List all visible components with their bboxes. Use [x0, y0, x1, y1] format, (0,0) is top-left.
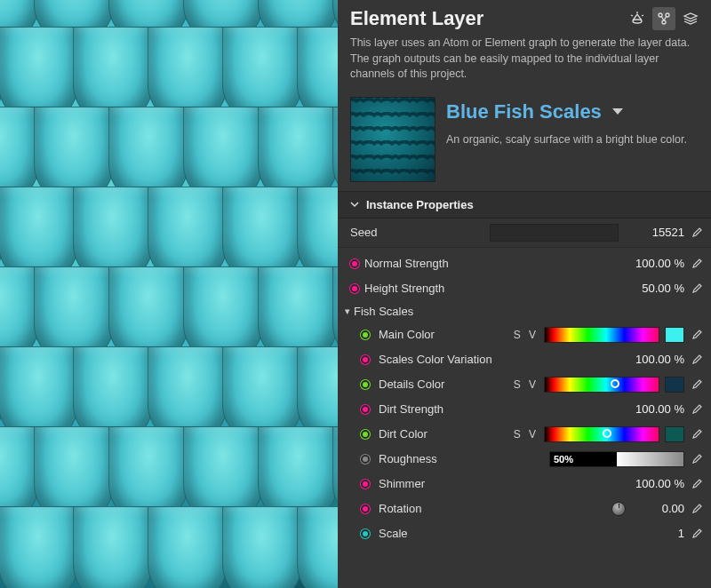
rotation-knob[interactable] [611, 502, 626, 516]
normal-strength-label: Normal Strength [364, 257, 626, 270]
roughness-label: Roughness [379, 452, 544, 465]
scale-value[interactable]: 1 [631, 527, 684, 540]
svg-point-0 [633, 20, 642, 23]
roughness-gauge: 50% [554, 454, 573, 465]
roughness-slider[interactable]: 50% [549, 451, 684, 467]
edit-icon[interactable] [690, 226, 704, 240]
sv-label: S V [514, 378, 539, 391]
edit-icon[interactable] [690, 402, 704, 417]
details-color-picker[interactable] [544, 377, 659, 393]
spotlight-icon[interactable] [626, 7, 649, 30]
param-dot-icon [361, 405, 370, 414]
dirt-strength-value[interactable]: 100.00 % [631, 402, 684, 416]
sv-label: S V [514, 428, 539, 441]
section-title: Instance Properties [366, 198, 474, 211]
param-dot-icon [361, 480, 370, 489]
height-strength-label: Height Strength [364, 282, 626, 295]
dirt-color-label: Dirt Color [379, 427, 508, 441]
seed-input[interactable] [490, 224, 619, 242]
param-dot-icon [361, 430, 370, 439]
preset-name: Blue Fish Scales [446, 100, 602, 123]
edit-icon[interactable] [690, 527, 704, 541]
group-label: Fish Scales [354, 305, 413, 318]
svg-line-2 [642, 15, 643, 16]
main-color-picker[interactable] [544, 327, 659, 343]
param-dot-icon [361, 380, 370, 389]
chevron-down-icon [611, 107, 625, 117]
panel-description: This layer uses an Atom or Element graph… [338, 34, 711, 91]
layers-icon[interactable] [679, 7, 702, 30]
param-dot-icon [361, 505, 370, 513]
chevron-down-icon [350, 200, 359, 209]
param-dot-icon [350, 259, 359, 268]
seed-label: Seed [350, 226, 477, 239]
edit-icon[interactable] [690, 427, 704, 441]
edit-icon[interactable] [690, 353, 704, 367]
param-dot-icon [361, 355, 370, 364]
details-color-swatch[interactable] [665, 377, 684, 393]
preset-dropdown[interactable]: Blue Fish Scales [446, 100, 699, 123]
scale-label: Scale [379, 527, 626, 540]
edit-icon[interactable] [690, 452, 704, 466]
properties-panel: Element Layer This layer uses an Atom or… [338, 0, 711, 588]
dirt-strength-label: Dirt Strength [379, 402, 626, 416]
fish-scales-group[interactable]: ▾ Fish Scales [338, 301, 711, 322]
main-color-label: Main Color [379, 328, 508, 341]
details-color-label: Details Color [379, 377, 508, 391]
node-graph-icon[interactable] [652, 7, 675, 30]
preset-thumbnail[interactable] [350, 97, 435, 182]
rotation-value[interactable]: 0.00 [631, 502, 684, 515]
shimmer-value[interactable]: 100.00 % [631, 477, 684, 490]
svg-point-6 [662, 20, 666, 24]
instance-properties-header[interactable]: Instance Properties [338, 191, 711, 219]
edit-icon[interactable] [690, 282, 704, 296]
edit-icon[interactable] [690, 502, 704, 516]
svg-line-1 [631, 15, 633, 16]
scales-variation-label: Scales Color Variation [379, 353, 626, 366]
edit-icon[interactable] [690, 477, 704, 491]
shimmer-label: Shimmer [379, 477, 626, 490]
caret-down-icon: ▾ [345, 306, 350, 317]
rotation-label: Rotation [379, 502, 606, 515]
sv-label: S V [514, 329, 539, 341]
main-color-swatch[interactable] [665, 327, 684, 343]
param-dot-icon [350, 284, 359, 293]
scales-variation-value[interactable]: 100.00 % [631, 353, 684, 366]
texture-preview[interactable] [0, 0, 338, 588]
normal-strength-value[interactable]: 100.00 % [631, 257, 684, 270]
panel-title: Element Layer [350, 7, 483, 30]
height-strength-value[interactable]: 50.00 % [631, 282, 684, 295]
seed-value: 15521 [631, 226, 684, 239]
edit-icon[interactable] [690, 377, 704, 392]
edit-icon[interactable] [690, 328, 704, 342]
dirt-color-swatch[interactable] [665, 426, 684, 442]
preset-description: An organic, scaly surface with a bright … [446, 132, 699, 147]
param-dot-icon [361, 529, 370, 538]
param-dot-icon [361, 330, 370, 339]
edit-icon[interactable] [690, 257, 704, 271]
dirt-color-picker[interactable] [544, 426, 659, 442]
param-dot-icon [361, 455, 370, 464]
